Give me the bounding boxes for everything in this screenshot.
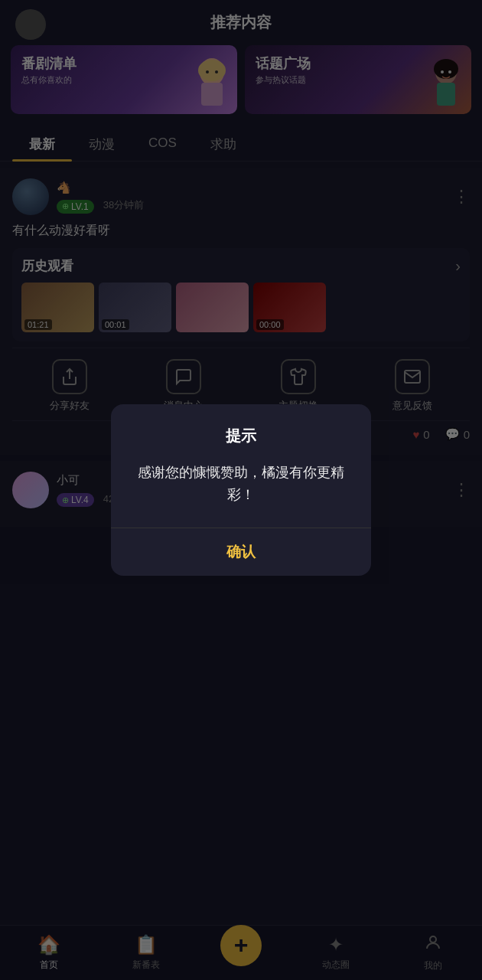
modal-overlay: 提示 感谢您的慷慨赞助，橘漫有你更精彩！ 确认 [0, 0, 482, 980]
modal-body: 感谢您的慷慨赞助，橘漫有你更精彩！ [129, 462, 353, 506]
modal-box: 提示 感谢您的慷慨赞助，橘漫有你更精彩！ 确认 [111, 404, 371, 576]
modal-confirm-button[interactable]: 确认 [111, 528, 371, 576]
modal-title: 提示 [129, 426, 353, 446]
